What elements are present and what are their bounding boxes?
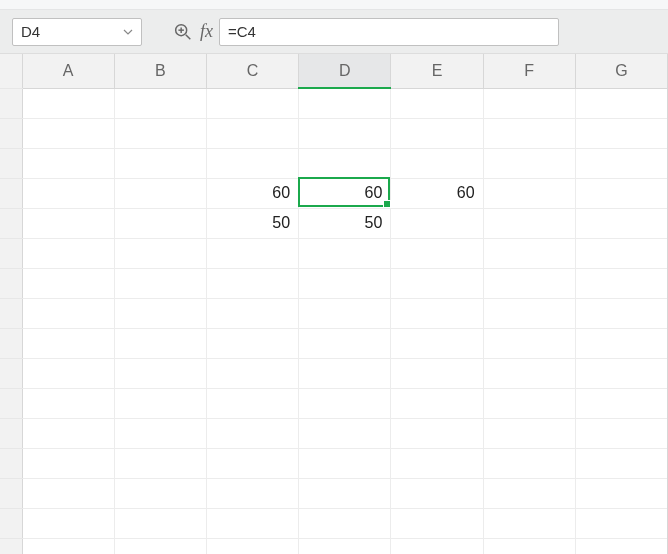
cell-d8[interactable] — [299, 298, 391, 328]
cell-d1[interactable] — [299, 88, 391, 118]
cell-d12[interactable] — [299, 418, 391, 448]
column-header-f[interactable]: F — [483, 54, 575, 88]
row-header[interactable] — [0, 88, 22, 118]
cell-f12[interactable] — [483, 418, 575, 448]
cell-e10[interactable] — [391, 358, 483, 388]
cell-d15[interactable] — [299, 508, 391, 538]
cell-a6[interactable] — [22, 238, 114, 268]
row-header[interactable] — [0, 268, 22, 298]
cell-d16[interactable] — [299, 538, 391, 554]
cell-f13[interactable] — [483, 448, 575, 478]
cell-b2[interactable] — [114, 118, 206, 148]
row-header[interactable] — [0, 358, 22, 388]
cell-f5[interactable] — [483, 208, 575, 238]
cell-e4[interactable]: 60 — [391, 178, 483, 208]
cell-d10[interactable] — [299, 358, 391, 388]
cell-c6[interactable] — [206, 238, 298, 268]
cell-g15[interactable] — [575, 508, 667, 538]
cell-g13[interactable] — [575, 448, 667, 478]
cell-c5[interactable]: 50 — [206, 208, 298, 238]
cell-f15[interactable] — [483, 508, 575, 538]
row-header[interactable] — [0, 148, 22, 178]
cell-c4[interactable]: 60 — [206, 178, 298, 208]
cell-g10[interactable] — [575, 358, 667, 388]
cell-a14[interactable] — [22, 478, 114, 508]
cell-f9[interactable] — [483, 328, 575, 358]
column-header-b[interactable]: B — [114, 54, 206, 88]
cell-c14[interactable] — [206, 478, 298, 508]
cell-a15[interactable] — [22, 508, 114, 538]
cell-a11[interactable] — [22, 388, 114, 418]
cell-g4[interactable] — [575, 178, 667, 208]
cell-g12[interactable] — [575, 418, 667, 448]
cell-c8[interactable] — [206, 298, 298, 328]
cell-c15[interactable] — [206, 508, 298, 538]
formula-input[interactable]: =C4 — [219, 18, 559, 46]
cell-d9[interactable] — [299, 328, 391, 358]
row-header[interactable] — [0, 388, 22, 418]
cell-e1[interactable] — [391, 88, 483, 118]
cell-e9[interactable] — [391, 328, 483, 358]
cell-e2[interactable] — [391, 118, 483, 148]
cell-e3[interactable] — [391, 148, 483, 178]
cell-g11[interactable] — [575, 388, 667, 418]
cell-b12[interactable] — [114, 418, 206, 448]
cell-f6[interactable] — [483, 238, 575, 268]
row-header[interactable] — [0, 298, 22, 328]
cell-d13[interactable] — [299, 448, 391, 478]
row-header[interactable] — [0, 448, 22, 478]
cell-f4[interactable] — [483, 178, 575, 208]
cell-d6[interactable] — [299, 238, 391, 268]
cell-a2[interactable] — [22, 118, 114, 148]
cell-b1[interactable] — [114, 88, 206, 118]
cell-a9[interactable] — [22, 328, 114, 358]
cell-g16[interactable] — [575, 538, 667, 554]
cell-d5[interactable]: 50 — [299, 208, 391, 238]
cell-c2[interactable] — [206, 118, 298, 148]
cell-b5[interactable] — [114, 208, 206, 238]
cell-a16[interactable] — [22, 538, 114, 554]
zoom-icon[interactable] — [172, 21, 194, 43]
grid[interactable]: ABCDEFG6060605050 — [0, 54, 668, 554]
cell-a4[interactable] — [22, 178, 114, 208]
cell-e5[interactable] — [391, 208, 483, 238]
cell-g9[interactable] — [575, 328, 667, 358]
cell-a8[interactable] — [22, 298, 114, 328]
cell-e13[interactable] — [391, 448, 483, 478]
cell-c16[interactable] — [206, 538, 298, 554]
cell-f16[interactable] — [483, 538, 575, 554]
cell-b3[interactable] — [114, 148, 206, 178]
cell-a13[interactable] — [22, 448, 114, 478]
cell-e6[interactable] — [391, 238, 483, 268]
column-header-a[interactable]: A — [22, 54, 114, 88]
column-header-c[interactable]: C — [206, 54, 298, 88]
column-header-e[interactable]: E — [391, 54, 483, 88]
column-header-g[interactable]: G — [575, 54, 667, 88]
row-header[interactable] — [0, 508, 22, 538]
cell-g8[interactable] — [575, 298, 667, 328]
row-header[interactable] — [0, 208, 22, 238]
cell-g3[interactable] — [575, 148, 667, 178]
name-box[interactable]: D4 — [12, 18, 142, 46]
cell-f7[interactable] — [483, 268, 575, 298]
cell-f10[interactable] — [483, 358, 575, 388]
sheet-area[interactable]: ABCDEFG6060605050 — [0, 54, 668, 554]
cell-d4[interactable]: 60 — [299, 178, 391, 208]
cell-b13[interactable] — [114, 448, 206, 478]
cell-c13[interactable] — [206, 448, 298, 478]
cell-b10[interactable] — [114, 358, 206, 388]
cell-c1[interactable] — [206, 88, 298, 118]
cell-b9[interactable] — [114, 328, 206, 358]
cell-a3[interactable] — [22, 148, 114, 178]
cell-e7[interactable] — [391, 268, 483, 298]
row-header[interactable] — [0, 478, 22, 508]
cell-f8[interactable] — [483, 298, 575, 328]
cell-e8[interactable] — [391, 298, 483, 328]
cell-e14[interactable] — [391, 478, 483, 508]
row-header[interactable] — [0, 118, 22, 148]
cell-b6[interactable] — [114, 238, 206, 268]
cell-b14[interactable] — [114, 478, 206, 508]
cell-g7[interactable] — [575, 268, 667, 298]
cell-d3[interactable] — [299, 148, 391, 178]
cell-a7[interactable] — [22, 268, 114, 298]
